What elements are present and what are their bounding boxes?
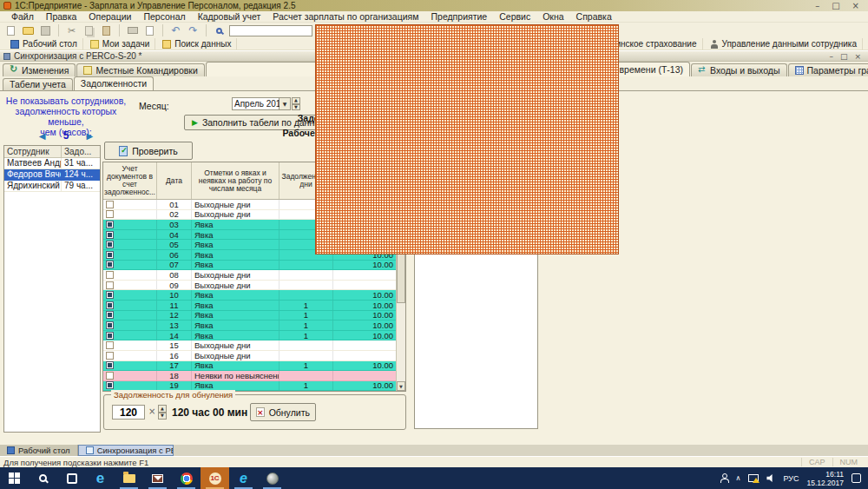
panel-button[interactable]: Мои задачи (85, 38, 156, 50)
decrease-hours-button[interactable]: ◀ (36, 129, 49, 142)
row-checkbox[interactable] (106, 201, 114, 208)
timesheet-row[interactable]: 13 Явка 1 10.00 (103, 320, 396, 331)
mail-button[interactable] (143, 467, 172, 489)
menu-item[interactable]: Операции (82, 11, 137, 22)
debt-reset-spinner[interactable]: ▲ ▼ (158, 405, 167, 420)
edge-button[interactable]: e (86, 467, 115, 489)
tab[interactable]: Табели учета рабочего времени (Т-13) (206, 62, 690, 76)
mdi-minimize-button[interactable]: – (829, 52, 833, 61)
scroll-down-icon[interactable]: ▼ (397, 381, 405, 391)
timesheet-row[interactable]: 15 Выходные дни (103, 340, 396, 351)
print-icon[interactable] (125, 24, 140, 37)
employee-row[interactable]: Матвеев Андрей В... 31 ча... (4, 158, 100, 169)
timesheet-row[interactable]: 17 Явка 1 10.00 (103, 361, 396, 372)
menu-item[interactable]: Справка (570, 11, 618, 22)
timesheet-row[interactable]: 08 Выходные дни (103, 270, 396, 281)
chevron-up-icon[interactable]: ∧ (736, 474, 741, 482)
panel-button[interactable]: Рабочий стол (5, 38, 83, 50)
row-checkbox[interactable] (106, 301, 114, 309)
timesheet-row[interactable]: 07 Явка 10.00 (103, 261, 396, 271)
speaker-icon[interactable] (766, 474, 775, 483)
debt-reset-input[interactable] (112, 405, 145, 420)
reset-button[interactable]: × Обнулить (250, 403, 316, 421)
tab[interactable]: Изменения (3, 63, 76, 76)
internet-explorer-button[interactable]: e (229, 467, 258, 489)
notification-center-icon[interactable] (852, 473, 861, 483)
tab[interactable]: Табели учета (3, 78, 73, 90)
clear-value-icon[interactable]: × (148, 406, 155, 416)
timesheet-row[interactable]: 11 Явка 1 10.00 (103, 301, 396, 311)
row-checkbox[interactable] (106, 210, 114, 218)
menu-item[interactable]: Расчет зарплаты по организациям (266, 11, 424, 22)
timesheet-row[interactable]: 16 Выходные дни (103, 351, 396, 361)
row-checkbox[interactable] (106, 221, 114, 228)
menu-item[interactable]: Сервис (493, 11, 536, 22)
increase-hours-button[interactable]: ▶ (82, 129, 96, 142)
window-tab[interactable]: Рабочий стол (0, 445, 78, 456)
tab[interactable]: Задолженности (74, 76, 154, 90)
row-checkbox[interactable] (106, 281, 114, 289)
timesheet-row[interactable]: 12 Явка 1 10.00 (103, 311, 396, 321)
timesheet-row[interactable]: 10 Явка 10.00 (103, 290, 396, 301)
tab[interactable]: Параметры графиков (788, 63, 868, 76)
row-checkbox[interactable] (106, 341, 114, 349)
redo-icon[interactable]: ↷ (186, 24, 201, 37)
undo-icon[interactable]: ↶ (168, 24, 183, 37)
taskbar-search-button[interactable] (29, 467, 57, 489)
start-button[interactable] (0, 467, 29, 489)
menu-item[interactable]: Предприятие (425, 11, 494, 22)
row-checkbox[interactable] (106, 361, 114, 369)
row-checkbox[interactable] (106, 352, 114, 360)
search-input[interactable] (229, 25, 312, 36)
network-warning-icon[interactable] (748, 474, 759, 482)
row-checkbox[interactable] (106, 332, 114, 340)
mdi-close-button[interactable]: × (854, 52, 861, 61)
check-button[interactable]: Проверить (104, 142, 193, 160)
timesheet-row[interactable]: 09 Выходные дни (103, 281, 396, 291)
row-checkbox[interactable] (106, 231, 114, 239)
column-marks[interactable]: Отметки о явках и неявках на работу по ч… (192, 162, 279, 199)
language-indicator[interactable]: РУС (783, 474, 799, 483)
mdi-restore-button[interactable]: □ (840, 52, 848, 61)
people-icon[interactable] (720, 473, 728, 483)
cut-icon[interactable]: ✂ (64, 24, 79, 37)
chrome-button[interactable] (172, 467, 201, 489)
spin-up-icon[interactable]: ▲ (158, 405, 167, 413)
panel-button[interactable]: Поиск данных (157, 38, 237, 50)
column-employee[interactable]: Сотрудник (4, 146, 62, 157)
menu-item[interactable]: Кадровый учет (192, 11, 267, 22)
panel-button[interactable]: Управление данными сотрудника (705, 38, 864, 50)
new-document-icon[interactable] (3, 24, 18, 37)
row-checkbox[interactable] (106, 381, 114, 389)
row-checkbox[interactable] (106, 311, 114, 319)
timesheet-row[interactable]: 18 Неявки по невыясненн... (103, 371, 396, 381)
maximize-button[interactable]: □ (832, 1, 839, 10)
employee-row[interactable]: Федоров Вячесла... 124 ч... (4, 169, 100, 181)
row-checkbox[interactable] (106, 241, 114, 248)
column-doc-account[interactable]: Учет документов в счет задолженнос... (103, 162, 157, 199)
paste-icon[interactable] (99, 24, 114, 37)
row-checkbox[interactable] (106, 291, 114, 299)
search-icon[interactable] (212, 24, 227, 37)
open-icon[interactable] (21, 24, 36, 37)
menu-item[interactable]: Правка (40, 11, 82, 22)
file-explorer-button[interactable] (115, 467, 143, 489)
menu-item[interactable]: Окна (536, 11, 569, 22)
row-checkbox[interactable] (106, 321, 114, 329)
save-icon[interactable] (38, 24, 53, 37)
column-date[interactable]: Дата (157, 162, 192, 199)
column-debt[interactable]: Задо... (62, 146, 100, 157)
spin-down-icon[interactable]: ▼ (158, 413, 167, 420)
window-tab[interactable]: Синхронизация с PERC... (78, 445, 174, 456)
menu-item[interactable]: Персонал (137, 11, 191, 22)
task-view-button[interactable] (57, 467, 86, 489)
browser-button[interactable] (258, 467, 286, 489)
minimize-button[interactable]: – (815, 1, 819, 10)
copy-icon[interactable] (82, 24, 96, 37)
menu-item[interactable]: Файл (5, 11, 40, 22)
tab[interactable]: Входы и выходы (691, 63, 787, 76)
employee-row[interactable]: Ядрихинский Игор... 79 ча... (4, 181, 100, 192)
row-checkbox[interactable] (106, 271, 114, 279)
clock[interactable]: 16:11 15.12.2017 (806, 470, 844, 487)
timesheet-row[interactable]: 14 Явка 1 10.00 (103, 331, 396, 341)
